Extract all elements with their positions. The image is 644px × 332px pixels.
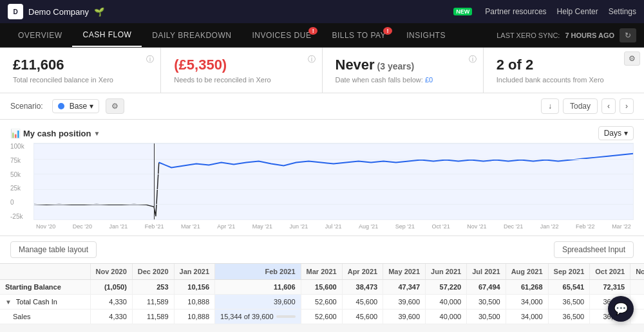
reconciled-value: £11,606 [13, 57, 147, 73]
nav-right: NEW Partner resources Help Center Settin… [453, 7, 636, 16]
sb-feb2021: 11,606 [215, 280, 301, 295]
col-header-nov2021: Nov 2021 [630, 264, 644, 280]
col-header-jul2021: Jul 2021 [467, 264, 506, 280]
sales-jul2021: 30,500 [467, 309, 506, 324]
sb-aug2021: 61,268 [506, 280, 548, 295]
col-header-jun2021: Jun 2021 [426, 264, 467, 280]
sales-label: Sales [0, 309, 90, 324]
scenario-select[interactable]: Base ▾ [52, 99, 99, 113]
sb-jun2021: 57,220 [426, 280, 467, 295]
top-navigation: D Demo Company 🌱 NEW Partner resources H… [0, 0, 644, 23]
table-header-row: Nov 2020 Dec 2020 Jan 2021 Feb 2021 Mar … [0, 264, 644, 280]
col-header-aug2021: Aug 2021 [506, 264, 548, 280]
unreconciled-label: Needs to be reconciled in Xero [174, 76, 308, 84]
chat-button[interactable]: 💬 [608, 296, 634, 322]
company-name: Demo Company [28, 7, 89, 17]
chart-container: 100k 75k 50k 25k 0 -25k TODAY [10, 143, 634, 233]
download-button[interactable]: ↓ [541, 98, 559, 114]
sales-dec2020: 11,589 [132, 309, 174, 324]
unreconciled-info-icon[interactable]: ⓘ [308, 54, 316, 65]
tab-bills[interactable]: BILLS TO PAY ! [321, 23, 396, 47]
tci-nov2020: 4,330 [90, 295, 132, 309]
sales-sep2021: 36,500 [548, 309, 590, 324]
tci-mar2021: 52,600 [301, 295, 342, 309]
help-center-link[interactable]: Help Center [557, 7, 598, 16]
table-controls: Manage table layout Spreadsheet Input [0, 236, 644, 264]
sb-may2021: 47,347 [383, 280, 426, 295]
chart-title[interactable]: 📊 My cash position ▼ [10, 129, 100, 138]
sales-progress-bar: 15,344 of 39,600 [220, 313, 296, 320]
col-header-may2021: May 2021 [383, 264, 426, 280]
col-header-feb2021: Feb 2021 [215, 264, 301, 280]
scenario-settings-button[interactable]: ⚙ [106, 98, 124, 114]
sync-refresh-button[interactable]: ↻ [620, 28, 636, 42]
tci-may2021: 39,600 [383, 295, 426, 309]
reconciled-label: Total reconciled balance in Xero [13, 76, 147, 84]
next-button[interactable]: › [620, 98, 634, 114]
table-row-starting-balance: Starting Balance (1,050) 253 10,156 11,6… [0, 280, 644, 295]
summary-bar: ⓘ £11,606 Total reconciled balance in Xe… [0, 48, 644, 93]
starting-balance-label: Starting Balance [0, 280, 90, 295]
sb-nov2021: 72,088 [630, 280, 644, 295]
chart-section: 📊 My cash position ▼ Days ▾ 100k 75k 50k… [0, 120, 644, 236]
scenario-dot [58, 103, 64, 109]
chat-icon: 💬 [614, 302, 628, 316]
collapse-icon[interactable]: ▼ [5, 299, 12, 306]
col-header-label [0, 264, 90, 280]
tci-feb2021: 39,600 [215, 295, 301, 309]
sales-aug2021: 34,000 [506, 309, 548, 324]
sb-jul2021: 67,494 [467, 280, 506, 295]
grid-line-100k [34, 143, 633, 144]
days-select[interactable]: Days ▾ [598, 126, 634, 140]
sales-jun2021: 40,000 [426, 309, 467, 324]
sales-jan2021: 10,888 [174, 309, 214, 324]
total-cash-in-label: ▼ Total Cash In [0, 295, 90, 309]
col-header-dec2020: Dec 2020 [132, 264, 174, 280]
summary-card-bankaccounts: ⓘ ⚙ 2 of 2 Included bank accounts from X… [484, 48, 644, 93]
sb-dec2020: 253 [132, 280, 174, 295]
chart-area: TODAY [33, 143, 634, 220]
sales-may2021: 39,600 [383, 309, 426, 324]
reconciled-info-icon[interactable]: ⓘ [146, 54, 154, 65]
col-header-sep2021: Sep 2021 [548, 264, 590, 280]
settings-link[interactable]: Settings [609, 7, 636, 16]
col-header-mar2021: Mar 2021 [301, 264, 342, 280]
sync-time: 7 HOURS AGO [565, 32, 614, 39]
chart-x-labels: Nov '20 Dec '20 Jan '21 Feb '21 Mar '21 … [33, 220, 634, 233]
scenario-label: Scenario: [10, 102, 43, 111]
partner-resources-link[interactable]: Partner resources [485, 7, 546, 16]
tab-cashflow[interactable]: CASH FLOW [72, 23, 142, 47]
sales-mar2021: 52,600 [301, 309, 342, 324]
chart-title-chevron: ▼ [93, 130, 100, 137]
manage-layout-button[interactable]: Manage table layout [10, 241, 97, 258]
tab-insights[interactable]: INSIGHTS [396, 23, 456, 47]
cashfalls-link[interactable]: £0 [425, 76, 433, 84]
bankaccounts-settings-button[interactable]: ⚙ [624, 51, 640, 66]
controls-bar: Scenario: Base ▾ ⚙ ↓ Today ‹ › [0, 93, 644, 120]
invoices-badge: ! [308, 27, 317, 35]
sales-apr2021: 45,600 [342, 309, 383, 324]
tab-daily[interactable]: DAILY BREAKDOWN [142, 23, 242, 47]
bills-badge: ! [383, 27, 392, 35]
tci-dec2020: 11,589 [132, 295, 174, 309]
tab-overview[interactable]: OVERVIEW [8, 23, 72, 47]
sb-apr2021: 38,473 [342, 280, 383, 295]
bankaccounts-label: Included bank accounts from Xero [497, 76, 631, 84]
tci-apr2021: 45,600 [342, 295, 383, 309]
summary-card-unreconciled: ⓘ (£5,350) Needs to be reconciled in Xer… [161, 48, 322, 93]
tab-invoices[interactable]: INVOICES DUE ! [242, 23, 321, 47]
sales-progress-track [276, 315, 296, 318]
chart-icon: 📊 [10, 129, 21, 138]
col-header-nov2020: Nov 2020 [90, 264, 132, 280]
prev-button[interactable]: ‹ [601, 98, 616, 114]
sync-info: LAST XERO SYNC: 7 HOURS AGO ↻ [497, 28, 636, 42]
sb-nov2020: (1,050) [90, 280, 132, 295]
cashfalls-info-icon[interactable]: ⓘ [469, 54, 477, 65]
tci-jun2021: 40,000 [426, 295, 467, 309]
scenario-name: Base [70, 102, 87, 111]
spreadsheet-input-button[interactable]: Spreadsheet Input [554, 241, 634, 258]
grid-line-0 [34, 204, 633, 205]
today-button[interactable]: Today [563, 98, 598, 114]
sb-oct2021: 72,315 [590, 280, 630, 295]
cashfalls-label: Date when cash falls below: £0 [336, 76, 470, 84]
